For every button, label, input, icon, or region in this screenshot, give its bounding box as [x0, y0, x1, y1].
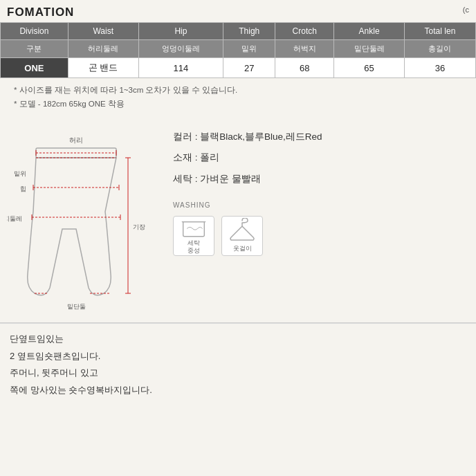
col-total-kr: 총길이 — [404, 40, 475, 58]
bottom-line-2: 2 옆트임숏팬츠입니다. — [10, 348, 466, 365]
wash-info: 세탁 : 가벼운 물빨래 — [173, 171, 469, 187]
color-info: 컬러 : 블랙Black,블루Blue,레드Red — [173, 129, 469, 145]
detail-section: 허리 밑위 힙 허벅지둘레 기장 밑단둘 컬러 : 블랙Black,블루Blue… — [0, 115, 476, 322]
wash-label: 세탁 : — [173, 174, 200, 184]
cell-size: ONE — [1, 58, 68, 78]
cell-waist: 곤 밴드 — [68, 58, 138, 78]
material-value: 폴리 — [200, 152, 219, 163]
col-crotch-kr: 허벅지 — [275, 40, 334, 58]
color-label: 컬러 : — [173, 131, 200, 142]
svg-text:허벅지둘레: 허벅지둘레 — [7, 215, 22, 222]
svg-text:힙: 힙 — [20, 185, 26, 192]
col-hip-kr: 엉덩이둘레 — [138, 40, 223, 58]
header-section: FOMATION (c — [0, 0, 476, 22]
bottom-text-section: 단옆트임있는 2 옆트임숏팬츠입니다. 주머니, 뒷주머니 있고 쪽에 망사있는… — [0, 323, 476, 409]
pants-svg-container: 허리 밑위 힙 허벅지둘레 기장 밑단둘 — [7, 122, 145, 315]
col-division-kr: 구분 — [1, 40, 68, 58]
col-thigh-kr: 밑위 — [223, 40, 275, 58]
col-total-en: Total len — [404, 23, 475, 40]
svg-text:밑위: 밑위 — [14, 170, 26, 177]
cell-hip: 114 — [138, 58, 223, 78]
col-waist-en: Waist — [68, 23, 138, 40]
header-title: FOMATION — [7, 6, 74, 19]
washing-section-label: WASHING — [173, 201, 469, 209]
cell-thigh: 27 — [223, 58, 275, 78]
washing-icons: 세탁중성 옷걸이 — [173, 216, 469, 256]
bottom-line-1: 단옆트임있는 — [10, 331, 466, 348]
col-hip-en: Hip — [138, 23, 223, 40]
wash-hanger-icon: 옷걸이 — [221, 216, 263, 256]
info-panel: 컬러 : 블랙Black,블루Blue,레드Red 소재 : 폴리 세탁 : 가… — [173, 122, 469, 256]
tub-label: 세탁중성 — [187, 239, 200, 255]
bottom-line-3: 주머니, 뒷주머니 있고 — [10, 365, 466, 382]
hanger-label: 옷걸이 — [233, 244, 252, 253]
cell-total: 36 — [404, 58, 475, 78]
cell-ankle: 65 — [334, 58, 405, 78]
header-note: (c — [463, 6, 469, 14]
svg-text:허리: 허리 — [69, 136, 83, 144]
col-waist-kr: 허리둘레 — [68, 40, 138, 58]
col-ankle-en: Ankle — [334, 23, 405, 40]
col-ankle-kr: 밑단둘레 — [334, 40, 405, 58]
cell-crotch: 68 — [275, 58, 334, 78]
note-section: * 사이즈를 재는 위치에 따라 1~3cm 오차가 있을 수 있습니다. * … — [0, 78, 476, 115]
pants-svg: 허리 밑위 힙 허벅지둘레 기장 밑단둘 — [7, 122, 145, 315]
bottom-line-4: 쪽에 망사있는 숏수영복바지입니다. — [10, 382, 466, 399]
material-label: 소재 : — [173, 152, 200, 163]
col-crotch-en: Crotch — [275, 23, 334, 40]
note-line-1: * 사이즈를 재는 위치에 따라 1~3cm 오차가 있을 수 있습니다. — [14, 84, 462, 98]
pants-diagram: 허리 밑위 힙 허벅지둘레 기장 밑단둘 — [7, 122, 159, 315]
col-thigh-en: Thigh — [223, 23, 275, 40]
size-table: Division Waist Hip Thigh Crotch Ankle To… — [0, 22, 476, 78]
hanger-svg — [228, 218, 256, 243]
material-info: 소재 : 폴리 — [173, 149, 469, 166]
wash-value: 가벼운 물빨래 — [200, 174, 261, 184]
table-row: ONE 곤 밴드 114 27 68 65 36 — [1, 58, 476, 78]
wash-tub-icon: 세탁중성 — [173, 216, 214, 256]
note-line-2: * 모델 - 182cm 65kg ONE 착용 — [14, 98, 462, 111]
color-value: 블랙Black,블루Blue,레드Red — [200, 131, 322, 142]
tub-svg — [180, 217, 208, 238]
svg-text:밑단둘: 밑단둘 — [67, 303, 86, 310]
svg-text:기장: 기장 — [133, 223, 145, 230]
col-division-en: Division — [1, 23, 68, 40]
